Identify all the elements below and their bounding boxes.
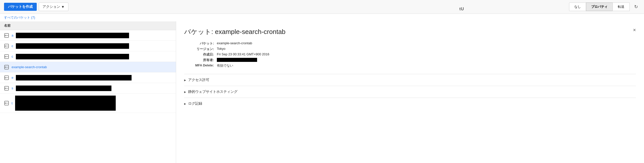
owner-value	[217, 58, 257, 62]
list-item-selected[interactable]: example-search-crontab	[0, 62, 176, 72]
bucket-name: c	[12, 44, 13, 48]
region-label: リージョン:	[184, 47, 217, 51]
svg-point-10	[5, 67, 6, 68]
bucket-name: c	[12, 55, 13, 58]
section-access: ▶ アクセス許可	[184, 74, 636, 86]
section-static-web-label: 静的ウェブサイトホスティング	[188, 90, 237, 94]
detail-properties: バケット: example-search-crontab リージョン: Toky…	[184, 41, 636, 68]
bucket-name: a	[12, 33, 13, 37]
toolbar-left: バケットを作成 アクション ▼	[4, 3, 68, 11]
svg-point-19	[5, 103, 6, 104]
section-arrow-icon: ▶	[184, 102, 186, 105]
svg-point-13	[5, 77, 6, 78]
owner-label: 所有者:	[184, 58, 217, 62]
section-logging-header[interactable]: ▶ ログ記録	[184, 101, 636, 106]
bucket-name: t	[12, 101, 13, 105]
svg-point-1	[5, 35, 6, 36]
tab-properties-button[interactable]: プロパティ	[586, 3, 613, 11]
section-access-header[interactable]: ▶ アクセス許可	[184, 78, 636, 82]
list-item[interactable]: c	[0, 51, 176, 62]
bucket-icon	[4, 65, 9, 70]
mfa-delete-value: 有効でない	[217, 63, 636, 68]
redacted-content	[16, 75, 132, 80]
redacted-content	[16, 86, 111, 91]
redacted-content	[16, 54, 129, 59]
detail-title-row: バケット: example-search-crontab ×	[184, 27, 636, 41]
list-item[interactable]: c	[0, 41, 176, 51]
action-label: アクション	[43, 5, 60, 9]
bucket-icon	[4, 75, 9, 80]
bucket-icon	[4, 101, 9, 106]
bucket-name: e	[12, 76, 13, 79]
svg-point-7	[5, 56, 6, 57]
close-button[interactable]: ×	[633, 27, 636, 32]
create-bucket-button[interactable]: バケットを作成	[4, 3, 37, 11]
toolbar: バケットを作成 アクション ▼ なし プロパティ 転送 ↻	[0, 0, 644, 14]
section-logging-label: ログ記録	[188, 101, 202, 106]
detail-title: バケット: example-search-crontab	[184, 27, 286, 36]
section-arrow-icon: ▶	[184, 79, 186, 82]
user-badge: tU	[459, 7, 464, 11]
action-button[interactable]: アクション ▼	[39, 3, 68, 11]
tab-none-button[interactable]: なし	[569, 3, 586, 11]
redacted-content	[15, 96, 116, 111]
section-access-label: アクセス許可	[188, 78, 209, 82]
bucket-label: バケット:	[184, 41, 217, 46]
bucket-icon	[4, 54, 9, 59]
svg-point-4	[5, 46, 6, 47]
list-item[interactable]: e	[0, 72, 176, 83]
detail-bucket-name: example-search-crontab	[215, 28, 285, 35]
main-area: 名前 a	[0, 21, 644, 163]
redacted-content	[16, 33, 129, 38]
bucket-icon	[4, 33, 9, 38]
tab-transfer-button[interactable]: 転送	[613, 3, 630, 11]
section-static-web-header[interactable]: ▶ 静的ウェブサイトホスティング	[184, 90, 636, 94]
list-item[interactable]: a	[0, 30, 176, 41]
region-value: Tokyo	[217, 47, 636, 51]
svg-point-16	[5, 88, 6, 89]
section-static-web: ▶ 静的ウェブサイトホスティング	[184, 86, 636, 98]
redacted-content	[16, 43, 129, 49]
action-chevron-icon: ▼	[61, 5, 65, 9]
section-logging: ▶ ログ記録	[184, 98, 636, 109]
detail-title-prefix: バケット:	[184, 28, 213, 35]
list-item[interactable]: t	[0, 94, 176, 113]
mfa-delete-label: MFA Delete:	[184, 63, 217, 68]
bucket-icon	[4, 44, 9, 49]
breadcrumb: すべてのバケット (7)	[0, 14, 644, 21]
list-item[interactable]: s	[0, 83, 176, 94]
created-value: Fri Sep 23 00:33:41 GMT+900 2016	[217, 52, 636, 57]
section-arrow-icon: ▶	[184, 91, 186, 93]
bucket-icon	[4, 86, 9, 91]
detail-panel: バケット: example-search-crontab × バケット: exa…	[176, 21, 644, 163]
created-label: 作成日:	[184, 52, 217, 57]
refresh-button[interactable]: ↻	[632, 3, 640, 11]
bucket-value: example-search-crontab	[217, 41, 636, 46]
all-buckets-link[interactable]: すべてのバケット (7)	[4, 16, 35, 19]
bucket-list-panel: 名前 a	[0, 21, 176, 163]
bucket-name: s	[12, 86, 13, 90]
bucket-name: example-search-crontab	[12, 65, 47, 69]
list-header: 名前	[0, 21, 176, 30]
toolbar-right: なし プロパティ 転送 ↻	[569, 3, 640, 11]
column-name-label: 名前	[4, 24, 11, 27]
